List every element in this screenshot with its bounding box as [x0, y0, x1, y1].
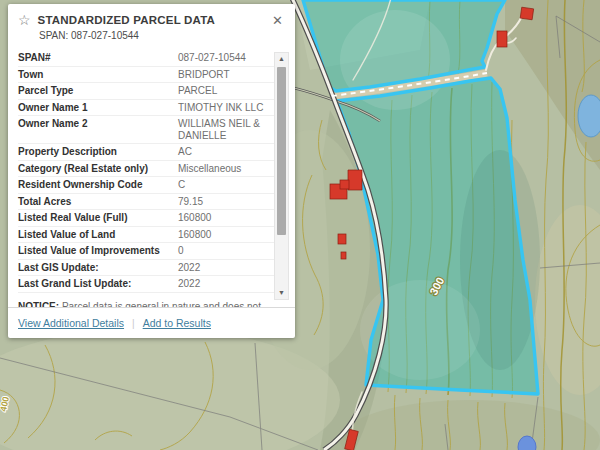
view-additional-details-link[interactable]: View Additional Details — [18, 317, 124, 329]
building — [520, 7, 533, 20]
table-row: SPAN#087-027-10544 — [18, 50, 275, 67]
attribute-value: C — [178, 178, 275, 192]
attribute-label: Listed Real Value (Full) — [18, 211, 178, 225]
attribute-value: 160800 — [178, 228, 275, 242]
attribute-value: 0 — [178, 244, 275, 258]
table-row: Owner Name 1TIMOTHY INK LLC — [18, 100, 275, 117]
attribute-label: Category (Real Estate only) — [18, 162, 178, 176]
table-row: TownBRIDPORT — [18, 67, 275, 84]
attribute-label: Last GIS Update: — [18, 261, 178, 275]
popup-title: STANDARDIZED PARCEL DATA — [38, 14, 271, 26]
popup-scrollbar[interactable]: ▲ ▼ — [274, 52, 289, 300]
table-row: Category (Real Estate only)Miscellaneous — [18, 161, 275, 178]
attribute-value: 2022 — [178, 261, 275, 275]
attribute-value: AC — [178, 145, 275, 159]
table-row: Listed Value of Improvements0 — [18, 243, 275, 260]
attribute-label: Property Description — [18, 145, 178, 159]
attribute-label: SPAN# — [18, 51, 178, 65]
popup-subtitle-span: SPAN: 087-027-10544 — [39, 30, 285, 41]
popup-header: ☆ STANDARDIZED PARCEL DATA ✕ SPAN: 087-0… — [8, 4, 295, 44]
building — [338, 234, 346, 244]
attribute-label: Owner Name 1 — [18, 101, 178, 115]
table-row: Total Acres79.15 — [18, 194, 275, 211]
attribute-value: PARCEL — [178, 84, 275, 98]
building — [497, 31, 507, 47]
attribute-label: Owner Name 2 — [18, 117, 178, 142]
attribute-label: Resident Ownership Code — [18, 178, 178, 192]
pond — [578, 95, 600, 137]
attribute-label: Listed Value of Improvements — [18, 244, 178, 258]
parcel-info-popup: ☆ STANDARDIZED PARCEL DATA ✕ SPAN: 087-0… — [8, 4, 295, 338]
attribute-label: Listed Value of Land — [18, 228, 178, 242]
add-to-results-link[interactable]: Add to Results — [143, 317, 211, 329]
attribute-value: WILLIAMS NEIL & DANIELLE — [178, 117, 275, 142]
table-row: Resident Ownership CodeC — [18, 177, 275, 194]
link-separator: | — [132, 318, 135, 329]
attribute-value: 2022 — [178, 277, 275, 291]
table-row: Property DescriptionAC — [18, 144, 275, 161]
close-icon[interactable]: ✕ — [270, 14, 285, 27]
attribute-label: Parcel Type — [18, 84, 178, 98]
attribute-value: 087-027-10544 — [178, 51, 275, 65]
building — [340, 180, 349, 189]
building — [341, 252, 346, 259]
popup-footer: View Additional Details | Add to Results — [8, 307, 295, 338]
attribute-value: 79.15 — [178, 195, 275, 209]
attribute-label: Town — [18, 68, 178, 82]
attribute-label: Last Grand List Update: — [18, 277, 178, 291]
scroll-down-icon[interactable]: ▼ — [275, 287, 288, 299]
table-row: Parcel TypePARCEL — [18, 83, 275, 100]
scrollbar-thumb[interactable] — [277, 67, 286, 235]
table-row: Listed Real Value (Full)160800 — [18, 210, 275, 227]
attribute-value: TIMOTHY INK LLC — [178, 101, 275, 115]
table-row: Last Grand List Update:2022 — [18, 276, 275, 293]
favorite-star-icon[interactable]: ☆ — [18, 13, 31, 27]
table-row: Last GIS Update:2022 — [18, 260, 275, 277]
attribute-value: 160800 — [178, 211, 275, 225]
table-row: Listed Value of Land160800 — [18, 227, 275, 244]
attribute-table: SPAN#087-027-10544 TownBRIDPORT Parcel T… — [18, 50, 275, 293]
gis-app-window: 400 300 — [0, 0, 600, 450]
attribute-label: Total Acres — [18, 195, 178, 209]
building — [348, 170, 362, 190]
attribute-value: BRIDPORT — [178, 68, 275, 82]
table-row: Owner Name 2WILLIAMS NEIL & DANIELLE — [18, 116, 275, 144]
attribute-value: Miscellaneous — [178, 162, 275, 176]
scroll-up-icon[interactable]: ▲ — [275, 53, 288, 65]
